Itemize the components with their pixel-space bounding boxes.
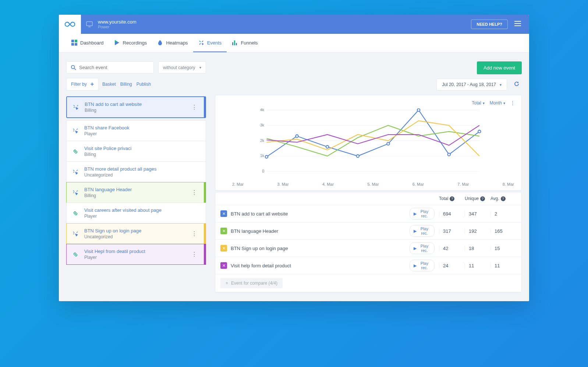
help-icon[interactable]: ?: [480, 196, 485, 201]
table-row: ✕ BTN language Header ▶Play rec. 317 192…: [215, 222, 521, 239]
filter-tag-publish[interactable]: Publish: [137, 82, 151, 87]
search-box[interactable]: [66, 61, 154, 74]
category-select[interactable]: without category ▾: [158, 61, 206, 74]
svg-marker-39: [75, 234, 78, 236]
td-avg: 15: [490, 246, 516, 251]
nav-heatmaps[interactable]: Heatmaps: [152, 34, 193, 52]
chart-period-select[interactable]: Month▾: [490, 100, 505, 106]
td-unique: 11: [465, 263, 490, 268]
chart-total-select[interactable]: Total▾: [472, 100, 484, 106]
play-rec-button[interactable]: ▶Play rec.: [410, 260, 435, 271]
help-icon[interactable]: ?: [450, 196, 454, 201]
svg-text:3k: 3k: [260, 123, 265, 127]
svg-rect-6: [75, 40, 77, 42]
td-avg: 2: [490, 211, 516, 217]
row-name: BTN language Header: [231, 228, 410, 234]
color-swatch: ✕: [220, 262, 227, 269]
date-picker[interactable]: Jul 20, 2017 - Aug 18, 2017 ▾: [436, 79, 507, 90]
filter-tag-basket[interactable]: Basket: [102, 82, 116, 87]
chart-more-icon[interactable]: ⋮: [510, 100, 515, 106]
more-icon[interactable]: ⋮: [190, 229, 199, 239]
chevron-down-icon: ▾: [199, 65, 201, 70]
logo[interactable]: [59, 15, 81, 34]
svg-line-32: [73, 190, 74, 192]
help-icon[interactable]: ?: [501, 196, 506, 201]
svg-line-19: [74, 68, 76, 70]
svg-text:2k: 2k: [260, 138, 265, 143]
svg-point-52: [295, 135, 298, 137]
play-rec-button[interactable]: ▶Play rec.: [410, 208, 435, 220]
click-icon: [72, 231, 79, 237]
svg-point-54: [357, 155, 359, 157]
filter-label: Filter by: [71, 82, 87, 87]
plus-icon: +: [91, 81, 94, 88]
svg-point-51: [265, 156, 268, 158]
event-card[interactable]: Visit careers after visited about page P…: [66, 203, 206, 224]
chart-panel: Total▾ Month▾ ⋮ 01k2k3k4k 2. Mar3. Mar4.…: [215, 95, 522, 190]
td-unique: 192: [465, 228, 490, 234]
svg-marker-14: [202, 43, 204, 45]
add-event-button[interactable]: Add new event: [477, 61, 522, 74]
event-category: Billing: [84, 152, 201, 157]
svg-rect-0: [86, 22, 92, 26]
compare-label: Event for compare (4/4): [231, 281, 277, 286]
event-category: Player: [84, 131, 201, 136]
color-swatch: ✕: [220, 245, 227, 252]
compare-button: + Event for compare (4/4): [220, 278, 283, 288]
nav-recordings[interactable]: Recordings: [109, 34, 152, 52]
click-icon: [72, 169, 79, 175]
event-category: Player: [84, 255, 185, 260]
nav-funnels[interactable]: Funnels: [227, 34, 263, 52]
event-card[interactable]: BTN Sign up on login page Uncategorized …: [66, 223, 206, 244]
event-list: BTN add to cart all website Billing ⋮ BT…: [66, 96, 206, 264]
svg-point-18: [71, 65, 75, 68]
more-icon[interactable]: ⋮: [190, 188, 199, 197]
event-card[interactable]: BTN share Facebook Player: [66, 120, 206, 141]
table-row: ✕ BTN add to cart all website ▶Play rec.…: [215, 205, 521, 222]
navbar: Dashboard Recordings Heatmaps Events Fun…: [59, 34, 529, 53]
svg-rect-17: [236, 43, 237, 45]
td-unique: 347: [465, 211, 490, 217]
event-category: Uncategorized: [84, 234, 185, 239]
svg-line-33: [77, 190, 78, 192]
monitor-icon: [86, 21, 93, 27]
play-rec-button[interactable]: ▶Play rec.: [410, 242, 435, 254]
svg-text:1k: 1k: [260, 153, 265, 158]
filter-tags: Basket Billing Publish: [102, 82, 151, 87]
click-icon: [72, 190, 79, 196]
event-category: Billing: [85, 108, 185, 113]
search-input[interactable]: [79, 65, 149, 70]
menu-icon[interactable]: [512, 19, 523, 30]
event-card[interactable]: BTN more detail product all pages Uncate…: [66, 161, 206, 182]
refresh-button[interactable]: [511, 79, 522, 90]
more-icon[interactable]: ⋮: [190, 249, 199, 259]
svg-marker-31: [75, 172, 78, 175]
nav-events[interactable]: Events: [193, 34, 227, 52]
svg-rect-15: [232, 42, 233, 45]
event-card[interactable]: BTN language Header Billing ⋮: [66, 182, 206, 203]
svg-point-56: [417, 109, 420, 111]
th-unique: Unique: [465, 196, 479, 201]
td-unique: 18: [465, 246, 490, 251]
dashboard-icon: [71, 40, 77, 46]
svg-line-25: [77, 129, 78, 130]
link-icon: [72, 252, 79, 257]
more-icon[interactable]: ⋮: [190, 102, 199, 112]
link-icon: [72, 210, 79, 216]
event-title: Visit Hepl from deatil product: [84, 249, 185, 254]
site-url: www.yoursite.com: [98, 19, 137, 25]
filter-tag-billing[interactable]: Billing: [120, 82, 132, 87]
nav-dashboard[interactable]: Dashboard: [66, 34, 109, 52]
event-card[interactable]: Visit Hepl from deatil product Player ⋮: [66, 244, 206, 265]
event-card[interactable]: Visit site Police privaci Billing: [66, 141, 206, 162]
row-name: BTN add to cart all website: [231, 211, 410, 217]
play-rec-button[interactable]: ▶Play rec.: [410, 225, 435, 237]
svg-line-37: [77, 232, 78, 233]
event-card[interactable]: BTN add to cart all website Billing ⋮: [66, 96, 206, 118]
topbar: www.yoursite.com Power NEED HELP?: [59, 15, 529, 34]
category-label: without category: [163, 65, 195, 70]
td-total: 24: [439, 263, 465, 268]
filter-by-button[interactable]: Filter by +: [66, 78, 99, 90]
need-help-button[interactable]: NEED HELP?: [471, 19, 508, 29]
event-category: Player: [84, 214, 201, 219]
